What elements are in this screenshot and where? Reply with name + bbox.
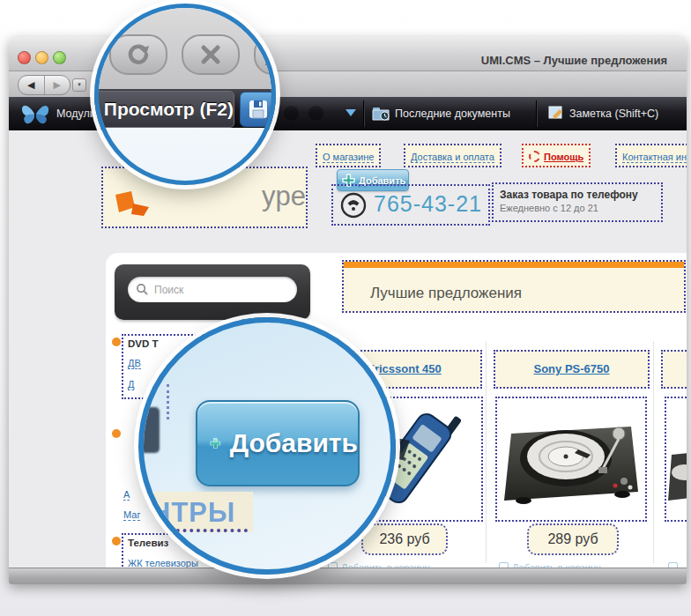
category-bullet [112, 429, 121, 438]
history-dropdown-icon[interactable]: ▾ [72, 78, 86, 92]
toolbar-blob [284, 106, 299, 121]
sidebar-link[interactable]: А [123, 489, 130, 501]
minimize-window-button[interactable] [35, 51, 48, 64]
sidebar-link-row[interactable]: Маг [123, 506, 140, 522]
plus-icon [210, 418, 221, 469]
search-placeholder: Поиск [154, 284, 183, 296]
order-info-line1: Заказ товара по телефону [500, 189, 655, 201]
product-image-partial [666, 404, 687, 515]
phone-box[interactable]: 765-43-21 [331, 184, 490, 226]
heading-panel[interactable]: Лучшие предложения [342, 260, 686, 313]
add-button-label: Добавить [230, 428, 358, 458]
toolbar-item-modules[interactable]: Модули [56, 108, 96, 120]
back-forward-buttons[interactable]: ◀ ▶ [18, 75, 71, 95]
order-info-line2: Ежедневно с 12 до 21 [500, 203, 655, 213]
close-window-button[interactable] [18, 51, 31, 64]
product-image-box[interactable] [665, 397, 687, 522]
product-image-box[interactable] [495, 397, 647, 522]
help-icon [529, 151, 540, 162]
magnified-tab-label: Просмотр (F2) [104, 99, 234, 120]
chevron-down-icon[interactable] [346, 109, 356, 116]
umi-butterfly-logo-icon[interactable] [19, 102, 51, 125]
save-button[interactable] [240, 92, 276, 127]
magnified-admin-toolbar: Просмотр (F2) [94, 89, 276, 128]
column-divider [653, 341, 654, 563]
browser-status-bar [9, 568, 687, 584]
add-to-cart-button-magnified[interactable]: Добавить [196, 400, 360, 486]
magnified-image-fragment [138, 407, 160, 453]
logo-orange-fragment [114, 191, 154, 218]
product-title-box[interactable]: Sony PS-6750 [494, 350, 650, 389]
sidebar-link-row[interactable]: А [123, 486, 130, 501]
nav-item-delivery[interactable]: Доставка и оплата [404, 144, 502, 167]
toolbar-blob [308, 106, 323, 121]
product-title-link[interactable]: Ericssont 450 [367, 362, 442, 375]
sidebar-link[interactable]: Маг [123, 509, 140, 521]
toolbar-separator [536, 100, 537, 127]
stop-icon [199, 43, 222, 66]
logo-text-fragment: ype [262, 181, 306, 212]
page-heading: Лучшие предложения [370, 285, 522, 302]
search-widget: Поиск [115, 264, 310, 320]
screenshot-stage: UMI.CMS – Лучшие предложения ◀ ▶ ▾ demo.… [0, 0, 691, 616]
window-title: UMI.CMS – Лучшие предложения [481, 54, 667, 67]
zoom-window-button[interactable] [53, 51, 66, 64]
stop-button[interactable] [182, 34, 240, 75]
product-title-link[interactable]: Sony PS-6750 [534, 362, 610, 375]
phone-number: 765-43-21 [374, 191, 482, 217]
nav-item-about[interactable]: О магазине [316, 144, 381, 167]
toolbar-separator [363, 100, 364, 127]
product-price[interactable]: 289 руб [527, 523, 619, 555]
price-label: 236 руб [379, 531, 429, 546]
sidebar-link[interactable]: Д [128, 379, 134, 390]
nav-item-help[interactable]: Помощь [522, 144, 591, 167]
price-label: 289 руб [547, 531, 598, 546]
nav-link-label[interactable]: Контактная ин [622, 152, 687, 163]
product-price[interactable]: 236 руб [361, 523, 448, 555]
product-title-box[interactable] [661, 350, 687, 389]
category-bullet [112, 537, 121, 545]
sidebar-link[interactable]: ДВ [128, 358, 141, 369]
product-image-turntable [501, 404, 642, 515]
nav-link-label[interactable]: Помощь [544, 152, 583, 162]
column-divider [486, 341, 487, 563]
search-icon [136, 283, 149, 296]
magnified-tab-preview[interactable]: Просмотр (F2) [94, 91, 234, 128]
order-info-box[interactable]: Заказ товара по телефону Ежедневно с 12 … [492, 182, 663, 222]
search-input[interactable]: Поиск [128, 277, 297, 302]
toolbar-item-recent-documents[interactable]: Последние документы [395, 108, 510, 120]
magnifier-center-circle: Добавить НТРЫ [138, 317, 396, 575]
recent-documents-icon [372, 106, 390, 121]
heading-orange-bar [344, 262, 684, 268]
back-icon[interactable]: ◀ [19, 76, 44, 94]
forward-icon[interactable]: ▶ [45, 76, 71, 94]
category-bullet [112, 338, 121, 346]
note-icon [548, 106, 564, 120]
phone-icon [339, 191, 368, 219]
reload-icon [125, 41, 152, 68]
nav-item-contacts[interactable]: Контактная ин [615, 144, 687, 167]
nav-link-label[interactable]: О магазине [323, 152, 374, 163]
toolbar-item-note[interactable]: Заметка (Shift+C) [569, 108, 658, 120]
magnifier-top-circle: Просмотр (F2) [94, 4, 276, 185]
floppy-save-icon [248, 99, 269, 120]
reload-button[interactable] [109, 34, 167, 75]
nav-link-label[interactable]: Доставка и оплата [411, 152, 494, 163]
